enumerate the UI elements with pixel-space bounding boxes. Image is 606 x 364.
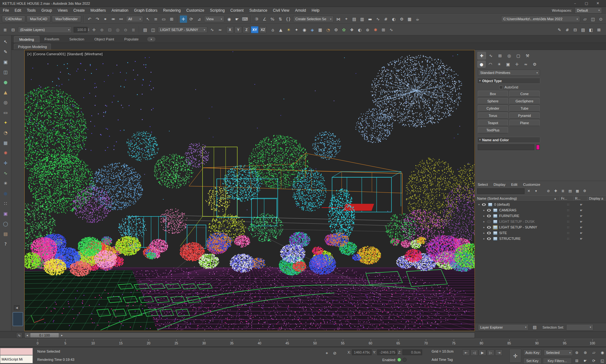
- menu-item-animation[interactable]: Animation: [109, 8, 131, 13]
- layer-states-icon[interactable]: ◫: [149, 26, 157, 33]
- align-icon[interactable]: ⌖: [343, 15, 350, 23]
- menu-item-scripting[interactable]: Scripting: [207, 8, 227, 13]
- create-teapot-button[interactable]: Teapot: [478, 120, 508, 126]
- create-sphere-button[interactable]: Sphere: [478, 98, 508, 104]
- get-layer-from-selection-icon[interactable]: ⊖: [122, 26, 129, 33]
- sunlight-tool-icon[interactable]: ☀: [285, 26, 292, 33]
- visibility-eye-icon[interactable]: [487, 232, 491, 234]
- foliage-tool-icon[interactable]: ✿: [340, 26, 348, 33]
- x-coordinate-field[interactable]: 1460.479c: [352, 349, 372, 355]
- toggle-scene-explorer-icon[interactable]: ▤: [351, 15, 358, 23]
- viewport[interactable]: [+][Corona Camera001][Standard][Wirefram…: [24, 50, 475, 331]
- named-selection-set-combo[interactable]: Create Selection Se: [293, 16, 334, 22]
- star-tool-icon[interactable]: ✦: [293, 26, 300, 33]
- ribbon-tab-freeform[interactable]: Freeform: [39, 36, 64, 43]
- circle-star-tool-icon[interactable]: ⊛: [364, 26, 371, 33]
- menu-item-help[interactable]: Help: [309, 8, 322, 13]
- hierarchy-tab-icon[interactable]: ⊞: [496, 52, 504, 59]
- sphere-tool-icon[interactable]: ◔: [324, 26, 332, 33]
- create-textplus-button[interactable]: TextPlus: [478, 127, 508, 133]
- zoom-icon[interactable]: ⊕: [573, 349, 581, 356]
- light-lister-icon[interactable]: ∿: [209, 26, 216, 33]
- minimize-button[interactable]: –: [570, 1, 580, 6]
- undo-icon[interactable]: ↶: [86, 15, 93, 23]
- tool-dark-sphere-icon[interactable]: ●: [2, 189, 10, 197]
- mini-curve-editor-icon[interactable]: ∿: [16, 332, 22, 338]
- search-filter-icon[interactable]: ▾: [533, 188, 539, 194]
- set-key-button[interactable]: Set Key: [523, 358, 542, 364]
- visibility-eye-icon[interactable]: [487, 226, 491, 229]
- scene-states-icon[interactable]: ≈: [216, 26, 224, 33]
- ribbon-display-toggle-icon[interactable]: ▾: [147, 37, 155, 41]
- workspaces-select[interactable]: Default: [575, 7, 602, 14]
- create-pyramid-button[interactable]: Pyramid: [509, 112, 540, 119]
- manage-layers-icon[interactable]: ⊟: [9, 26, 17, 33]
- open-folder-icon[interactable]: ▱: [581, 15, 589, 23]
- tab-polygon-modeling[interactable]: Polygon Modeling: [14, 44, 51, 50]
- frozen-toggle[interactable]: ∷: [561, 226, 575, 229]
- tool-help-icon[interactable]: ?: [2, 240, 10, 248]
- tool-cone-icon[interactable]: ▲: [2, 88, 10, 96]
- visibility-eye-icon[interactable]: [487, 209, 491, 212]
- frozen-toggle[interactable]: ∷: [561, 214, 575, 218]
- ribbon-tab-modeling[interactable]: Modeling: [14, 36, 39, 43]
- name-column-header[interactable]: Name (Sorted Ascending) ▲: [475, 197, 560, 200]
- maxscript-listener-pane[interactable]: MAXScript Mi: [0, 355, 33, 363]
- active-layer-select[interactable]: LIGHT SETUP - SUNNY: [158, 27, 207, 33]
- tool-star-icon[interactable]: ✦: [2, 118, 10, 127]
- house-tool-icon[interactable]: ⌂: [269, 26, 276, 33]
- layer-row-site[interactable]: ▸SITE∷☛: [475, 230, 606, 236]
- viewport-shading-menu[interactable]: [Wireframe]: [85, 52, 103, 56]
- name-color-rollout-header[interactable]: ▾ Name and Color: [477, 137, 540, 143]
- go-to-end-button[interactable]: ⇥: [495, 349, 503, 356]
- use-pivot-point-center-icon[interactable]: ◉: [226, 15, 233, 23]
- target-tool-icon[interactable]: ◉: [301, 26, 308, 33]
- percent-spinner[interactable]: 100.0: [74, 27, 89, 33]
- toggle-layer-explorer-icon[interactable]: ▥: [359, 15, 366, 23]
- render-toggle[interactable]: ☛: [575, 203, 588, 206]
- auto-key-button[interactable]: Auto Key: [523, 349, 542, 356]
- edit-named-selection-sets-icon[interactable]: {}: [285, 15, 292, 23]
- render-toggle[interactable]: ☛: [575, 226, 588, 229]
- render-toggle[interactable]: ☛: [575, 214, 588, 218]
- menu-item-civil-view[interactable]: Civil View: [270, 8, 292, 13]
- zoom-region-icon[interactable]: ◉: [598, 349, 606, 356]
- time-slider-track[interactable]: ◂ 0 / 100 ▸: [24, 332, 475, 338]
- scene-list-icon[interactable]: ▤: [579, 26, 587, 33]
- unlink-selection-icon[interactable]: ⚮: [110, 15, 117, 23]
- visibility-eye-icon[interactable]: [487, 237, 491, 240]
- create-cone-button[interactable]: Cone: [509, 91, 540, 97]
- info-center-icon[interactable]: ⊙: [597, 15, 604, 23]
- axis-constraint-xy[interactable]: XY: [251, 26, 258, 33]
- expand-icon[interactable]: ▸: [482, 215, 486, 217]
- time-slider-handle[interactable]: 0 / 100: [30, 333, 59, 338]
- field-of-view-icon[interactable]: ⊞: [573, 358, 581, 364]
- render-toggle[interactable]: ☛: [575, 231, 588, 235]
- visibility-eye-icon[interactable]: [487, 215, 491, 217]
- viewport-layout-tab-active[interactable]: [13, 312, 23, 326]
- enabled-toggle-off[interactable]: [403, 358, 407, 362]
- grid-plus-tool-icon[interactable]: ⊞: [380, 26, 387, 33]
- render-production-icon[interactable]: ☕: [414, 15, 421, 23]
- layer-row-light-setup-dusk[interactable]: ▸LIGHT SETUP - DUSK∷☛: [475, 219, 606, 224]
- next-frame-button[interactable]: ▷: [487, 349, 494, 356]
- layer-properties-icon[interactable]: ≣: [130, 26, 137, 33]
- lights-category-icon[interactable]: ☀: [495, 61, 503, 68]
- frozen-toggle[interactable]: ∷: [561, 203, 575, 206]
- axis-constraint-y[interactable]: Y: [234, 26, 242, 33]
- plugbtn-maxtoblender[interactable]: MaxToBlender: [52, 15, 81, 22]
- layer-row-structure[interactable]: ▸STRUCTURE∷☛: [475, 236, 606, 241]
- grid-tool-icon[interactable]: ▦: [317, 26, 324, 33]
- menu-item-modifiers[interactable]: Modifiers: [88, 8, 109, 13]
- tool-shaded-sphere-icon[interactable]: ◔: [2, 129, 10, 137]
- helpers-category-icon[interactable]: ✛: [513, 61, 521, 68]
- modify-tab-icon[interactable]: ∿: [487, 52, 495, 59]
- shaded-sphere-tool-icon[interactable]: ◐: [356, 26, 363, 33]
- expcol-r[interactable]: R...: [574, 197, 588, 200]
- shade-toggle-icon[interactable]: ◧: [587, 26, 595, 33]
- tool-cylinder-icon[interactable]: ◫: [2, 68, 10, 76]
- expcol-fr[interactable]: Fr...: [560, 197, 574, 200]
- zoom-all-icon[interactable]: ⊛: [581, 349, 589, 356]
- viewport-general-menu[interactable]: [+]: [27, 52, 32, 56]
- shapes-category-icon[interactable]: ◠: [486, 61, 494, 68]
